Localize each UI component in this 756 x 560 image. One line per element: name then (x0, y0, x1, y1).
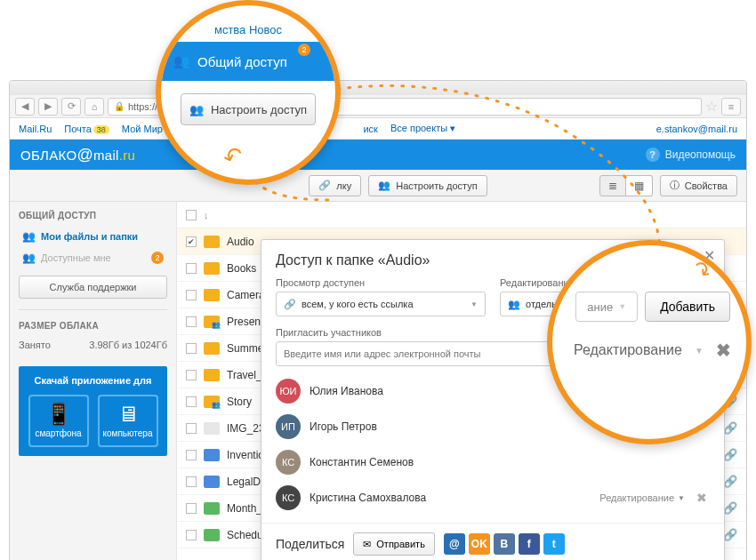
row-checkbox[interactable] (186, 530, 197, 540)
bookmark-icon[interactable]: ☆ (705, 98, 718, 115)
lock-icon: 🔒 (114, 101, 125, 111)
nav-forward-button[interactable]: ▶ (38, 98, 58, 116)
window-titlebar (10, 81, 746, 95)
promo-smartphone[interactable]: 📱 смартфона (28, 395, 89, 447)
sort-icon[interactable]: ↓ (204, 210, 209, 220)
img-icon (204, 422, 220, 435)
group-icon: 👥 (508, 299, 520, 310)
magnifier-top: мства Новос 👥 Общий доступ 2 👥 Настроить… (156, 0, 341, 185)
row-checkbox[interactable] (186, 396, 197, 407)
mag2-role-label[interactable]: Редактирование (574, 342, 682, 358)
nav-home-button[interactable]: ⌂ (84, 98, 104, 116)
properties-button[interactable]: ⓘСвойства (660, 175, 737, 196)
mag2-add-button[interactable]: Добавить (645, 292, 730, 322)
mail-badge: 38 (93, 125, 109, 134)
nav-back-button[interactable]: ◀ (15, 98, 35, 116)
support-button[interactable]: Служба поддержки (19, 276, 167, 299)
mag1-header-strip: 👥 Общий доступ 2 (161, 42, 335, 81)
sidebar: Общий доступ 👥 Мои файлы и папки 👥 Досту… (10, 202, 177, 560)
user-role-select[interactable]: Редактирование ▼ (599, 492, 685, 503)
view-switcher[interactable]: ≣ ▦ (599, 175, 653, 196)
link-icon: 🔗 (723, 528, 737, 541)
shared-count-badge: 2 (151, 252, 164, 264)
xls-icon (204, 502, 220, 515)
get-link-button[interactable]: 🔗лку (309, 175, 361, 196)
folder-icon (204, 262, 220, 275)
user-name: Кристина Самохвалова (310, 492, 591, 504)
remove-user-button[interactable]: ✖ (694, 491, 710, 505)
user-name: Константин Семенов (310, 456, 710, 468)
row-checkbox[interactable] (186, 343, 197, 354)
portal-links-row: Mail.Ru Почта38 Мой Мир иск Все проекты … (10, 118, 746, 140)
promo-title: Скачай приложение для (28, 375, 158, 386)
avatar: ИП (276, 414, 301, 439)
share-tw-button[interactable]: t (543, 533, 565, 555)
group-icon: 👥 (378, 180, 390, 191)
file-name: Books (227, 262, 256, 275)
portal-link-mailru[interactable]: Mail.Ru (19, 124, 52, 134)
view-list-button[interactable]: ≣ (599, 175, 626, 196)
nav-reload-button[interactable]: ⟳ (61, 98, 81, 116)
video-help-link[interactable]: ? Видеопомощь (646, 148, 736, 162)
share-moimir-button[interactable]: @ (444, 533, 465, 555)
phone-icon: 📱 (34, 404, 84, 425)
row-checkbox[interactable] (186, 370, 197, 380)
doc-icon (204, 476, 220, 488)
row-checkbox[interactable] (186, 236, 197, 247)
row-checkbox[interactable] (186, 476, 197, 487)
chevron-down-icon: ▼ (470, 300, 478, 308)
promo-desktop[interactable]: 🖥 компьютера (98, 395, 158, 447)
user-row: КС Константин Семенов (276, 444, 710, 480)
user-email-link[interactable]: e.stankov@mail.ru (656, 124, 737, 134)
share-label: Поделиться (276, 537, 344, 551)
magnifier-bottom: ↷ ание▼ Добавить Редактирование ▼ ✖ (547, 240, 752, 444)
nav-menu-button[interactable]: ≡ (721, 98, 741, 116)
folder-icon (204, 289, 220, 301)
used-label: Занято (19, 340, 51, 350)
sidebar-item-shared-with-me[interactable]: 👥 Доступные мне 2 (19, 247, 167, 268)
view-access-select[interactable]: 🔗 всем, у кого есть ссылка ▼ (276, 292, 486, 316)
select-all-checkbox[interactable] (186, 210, 197, 220)
used-value: 3.98Гб из 1024Гб (89, 340, 167, 350)
promo-panel: Скачай приложение для 📱 смартфона 🖥 комп… (19, 366, 167, 456)
mag1-configure-button[interactable]: 👥 Настроить доступ (181, 93, 316, 125)
share-vk-button[interactable]: B (494, 533, 515, 555)
sidebar-item-my-files[interactable]: 👥 Мои файлы и папки (19, 226, 167, 247)
share-fb-button[interactable]: f (519, 533, 540, 555)
link-icon: 🔗 (284, 299, 296, 310)
doc-icon (204, 449, 220, 461)
portal-link-mail[interactable]: Почта38 (64, 124, 109, 134)
row-checkbox[interactable] (186, 316, 197, 327)
avatar: ЮИ (276, 379, 301, 404)
invite-input[interactable] (276, 341, 571, 366)
group-icon: 👥 (189, 103, 204, 116)
remove-user-button[interactable]: ✖ (716, 340, 731, 361)
row-checkbox[interactable] (186, 503, 197, 514)
group-icon: 👥 (173, 53, 190, 69)
address-bar: ◀ ▶ ⟳ ⌂ 🔒 https://clo ☆ ≡ (10, 95, 746, 118)
row-checkbox[interactable] (186, 290, 197, 300)
xls-icon (204, 529, 220, 541)
configure-access-button[interactable]: 👥Настроить доступ (368, 175, 487, 196)
chevron-down-icon: ▼ (695, 346, 704, 356)
list-header-row: ↓ (177, 202, 746, 228)
row-checkbox[interactable] (186, 263, 197, 274)
mag2-role-select[interactable]: ание▼ (575, 292, 638, 322)
send-email-button[interactable]: ✉Отправить (353, 532, 435, 556)
folder-icon (204, 342, 220, 355)
view-grid-button[interactable]: ▦ (626, 175, 653, 196)
file-name: Audio (227, 236, 254, 248)
share-ok-button[interactable]: OK (469, 533, 490, 555)
row-checkbox[interactable] (186, 423, 197, 434)
monitor-icon: 🖥 (103, 404, 153, 425)
sidebar-heading: Общий доступ (19, 211, 167, 220)
row-checkbox[interactable] (186, 450, 197, 460)
portal-link-search[interactable]: иск (363, 124, 377, 134)
sfolder-icon (204, 316, 220, 328)
link-icon: 🔗 (723, 421, 737, 435)
portal-link-world[interactable]: Мой Мир (122, 124, 163, 134)
sfolder-icon (204, 396, 220, 408)
portal-link-projects[interactable]: Все проекты ▾ (390, 123, 455, 134)
mail-icon: ✉ (363, 539, 371, 550)
arrow-icon: ↶ (219, 140, 246, 173)
